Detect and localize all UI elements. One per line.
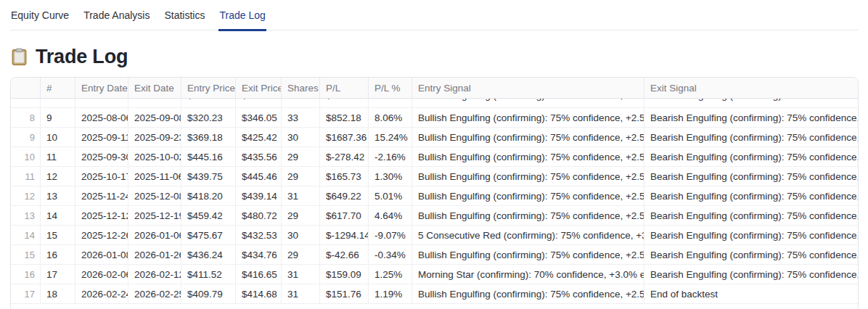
cell-exit-date[interactable]: 2026-02-12 (128, 265, 181, 284)
cell-exit-signal[interactable]: End of backtest (644, 284, 858, 303)
cell-entry-date[interactable]: 2025-09-30 (75, 147, 128, 166)
cell-shares[interactable]: 31 (282, 284, 320, 303)
cell-pl-pct[interactable]: 5.01% (369, 186, 412, 205)
cell-entry-price[interactable]: $320.23 (181, 108, 236, 127)
cell-entry-signal[interactable]: Bullish Engulfing (confirming): 75% conf… (412, 284, 644, 303)
cell-pl[interactable]: $617.70 (320, 206, 369, 225)
cell-pl-pct[interactable]: -0.34% (369, 245, 412, 264)
cell-pl[interactable]: $151.76 (320, 284, 369, 303)
cell-entry-price[interactable]: $418.20 (181, 186, 236, 205)
cell-exit-price[interactable]: $434.76 (236, 245, 282, 264)
cell-pl[interactable]: $165.73 (320, 167, 369, 186)
cell-exit-price[interactable]: $416.65 (236, 265, 282, 284)
cell-num[interactable]: 18 (41, 284, 75, 303)
cell-pl-pct[interactable]: 1.30% (369, 167, 412, 186)
cell-entry-price[interactable]: $439.75 (181, 167, 236, 186)
cell-idx[interactable]: 17 (11, 284, 41, 303)
column-header-entry-date[interactable]: Entry Date (75, 78, 128, 98)
cell-entry-price[interactable]: $445.16 (181, 147, 236, 166)
tab-trade-analysis[interactable]: Trade Analysis (83, 7, 150, 31)
cell-pl-pct[interactable]: -2.16% (369, 147, 412, 166)
cell-entry-price[interactable]: $475.67 (181, 226, 236, 244)
column-header-p-l[interactable]: P/L (320, 78, 369, 98)
cell-exit-price[interactable]: $435.56 (236, 147, 282, 166)
cell-exit-signal[interactable]: Bearish Engulfing (confirming): 75% conf… (644, 186, 858, 205)
cell-num[interactable]: 13 (41, 186, 75, 205)
cell-pl[interactable]: $649.22 (320, 186, 369, 205)
cell-entry-date[interactable] (75, 99, 128, 107)
cell-exit-price[interactable]: $439.14 (236, 186, 282, 205)
cell-shares[interactable]: 29 (282, 167, 320, 186)
cell-exit-price[interactable]: $432.53 (236, 226, 282, 244)
cell-exit-date[interactable]: 2025-10-02 (128, 147, 181, 166)
cell-entry-price[interactable]: $411.52 (181, 265, 236, 284)
cell-entry-signal[interactable]: Bullish Engulfing (confirming): 75% conf… (412, 206, 644, 225)
cell-pl-pct[interactable]: 4.64% (369, 206, 412, 225)
cell-exit-date[interactable]: 2025-12-08 (128, 186, 181, 205)
cell-exit-signal[interactable]: Bearish Engulfing (confirming): 75% conf… (644, 167, 858, 186)
cell-num[interactable]: 11 (41, 147, 75, 166)
cell-shares[interactable]: 29 (282, 206, 320, 225)
cell-shares[interactable]: 29 (282, 245, 320, 264)
cell-exit-signal[interactable]: Bearish Engulfing (confirming): 75% conf… (644, 99, 858, 107)
cell-entry-price[interactable]: $369.18 (181, 128, 236, 147)
column-header-exit-price[interactable]: Exit Price (236, 78, 282, 98)
cell-num[interactable]: 14 (41, 206, 75, 225)
cell-pl[interactable]: $ (320, 99, 369, 107)
cell-idx[interactable]: 15 (11, 245, 41, 264)
cell-idx[interactable]: 14 (11, 226, 41, 244)
cell-exit-date[interactable]: 2025-11-06 (128, 167, 181, 186)
cell-idx[interactable]: 16 (11, 265, 41, 284)
cell-entry-date[interactable]: 2025-12-26 (75, 226, 128, 244)
cell-idx[interactable]: 9 (11, 128, 41, 147)
cell-idx[interactable]: 12 (11, 186, 41, 205)
cell-pl-pct[interactable]: 1.25% (369, 265, 412, 284)
tab-statistics[interactable]: Statistics (163, 7, 205, 31)
cell-entry-date[interactable]: 2025-11-24 (75, 186, 128, 205)
cell-entry-signal[interactable]: Bullish Engulfing (confirming): 75% conf… (412, 128, 644, 147)
cell-entry-price[interactable]: $409.79 (181, 284, 236, 303)
cell-exit-price[interactable]: $445.46 (236, 167, 282, 186)
cell-pl-pct[interactable]: 8.06% (369, 108, 412, 127)
tab-equity-curve[interactable]: Equity Curve (10, 7, 70, 31)
cell-pl-pct[interactable]: 1.19% (369, 284, 412, 303)
cell-shares[interactable]: 30 (282, 226, 320, 244)
cell-num[interactable]: 10 (41, 128, 75, 147)
cell-exit-signal[interactable]: Bearish Engulfing (confirming): 75% conf… (644, 128, 858, 147)
cell-exit-date[interactable]: 2026-01-06 (128, 226, 181, 244)
column-header-[interactable]: # (41, 78, 75, 98)
cell-entry-signal[interactable]: Morning Star (confirming): 70% confidenc… (412, 265, 644, 284)
cell-num[interactable]: 12 (41, 167, 75, 186)
cell-exit-date[interactable]: 2026-01-26 (128, 245, 181, 264)
cell-idx[interactable]: 11 (11, 167, 41, 186)
cell-exit-signal[interactable]: Bearish Engulfing (confirming): 75% conf… (644, 206, 858, 225)
cell-entry-signal[interactable]: Bullish Engulfing (confirming): 75% conf… (412, 167, 644, 186)
cell-pl[interactable]: $-42.66 (320, 245, 369, 264)
cell-shares[interactable]: 30 (282, 128, 320, 147)
cell-shares[interactable]: 29 (282, 147, 320, 166)
column-header-entry-price[interactable]: Entry Price (181, 78, 236, 98)
cell-shares[interactable]: 31 (282, 265, 320, 284)
cell-pl-pct[interactable]: -9.07% (369, 226, 412, 244)
cell-pl[interactable]: $1687.36 (320, 128, 369, 147)
column-header-index[interactable] (11, 78, 41, 98)
cell-num[interactable]: 17 (41, 265, 75, 284)
cell-exit-price[interactable]: $414.68 (236, 284, 282, 303)
cell-entry-price[interactable]: $ (181, 99, 236, 107)
column-header-shares[interactable]: Shares (282, 78, 320, 98)
cell-exit-date[interactable]: 2025-09-23 (128, 128, 181, 147)
cell-entry-signal[interactable]: Bullish Engulfing (confirming): 75% conf… (412, 245, 644, 264)
cell-idx[interactable]: 8 (11, 108, 41, 127)
cell-exit-price[interactable]: $480.72 (236, 206, 282, 225)
cell-entry-date[interactable]: 2025-08-06 (75, 108, 128, 127)
cell-exit-signal[interactable]: Bearish Engulfing (confirming): 75% conf… (644, 108, 858, 127)
cell-exit-price[interactable]: $ (236, 99, 282, 107)
cell-shares[interactable]: 31 (282, 186, 320, 205)
cell-pl[interactable]: $852.18 (320, 108, 369, 127)
cell-entry-signal[interactable]: Bullish Engulfing (confirming): 75% conf… (412, 147, 644, 166)
cell-num[interactable]: 15 (41, 226, 75, 244)
cell-entry-date[interactable]: 2025-09-11 (75, 128, 128, 147)
cell-num[interactable]: 16 (41, 245, 75, 264)
cell-pl[interactable]: $159.09 (320, 265, 369, 284)
cell-entry-price[interactable]: $459.42 (181, 206, 236, 225)
